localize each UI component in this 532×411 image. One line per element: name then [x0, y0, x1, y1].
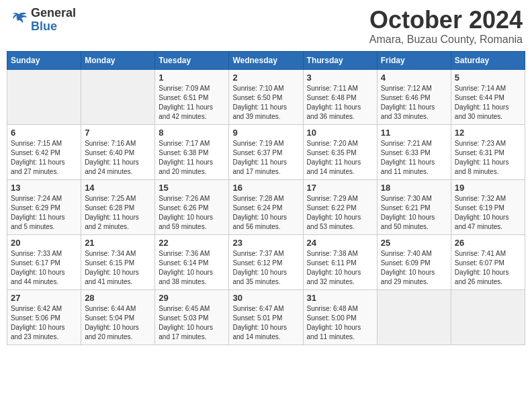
calendar-day-cell: 24Sunrise: 7:38 AMSunset: 6:11 PMDayligh… [303, 234, 377, 289]
day-info: Sunrise: 7:10 AMSunset: 6:50 PMDaylight:… [232, 84, 299, 122]
calendar-day-cell: 27Sunrise: 6:42 AMSunset: 5:06 PMDayligh… [7, 289, 81, 345]
calendar-day-cell [377, 289, 451, 345]
day-number: 11 [381, 128, 447, 138]
day-info: Sunrise: 7:38 AMSunset: 6:11 PMDaylight:… [307, 249, 373, 287]
page-header: General Blue October 2024 Amara, Buzau C… [7, 7, 525, 46]
day-info: Sunrise: 7:17 AMSunset: 6:38 PMDaylight:… [159, 139, 225, 177]
day-number: 16 [232, 183, 299, 193]
day-number: 15 [159, 183, 225, 193]
calendar-week-row: 13Sunrise: 7:24 AMSunset: 6:29 PMDayligh… [7, 179, 525, 234]
calendar-day-cell: 2Sunrise: 7:10 AMSunset: 6:50 PMDaylight… [229, 69, 303, 124]
day-number: 26 [455, 238, 521, 248]
calendar-day-cell: 17Sunrise: 7:29 AMSunset: 6:22 PMDayligh… [303, 179, 377, 234]
day-info: Sunrise: 7:32 AMSunset: 6:19 PMDaylight:… [455, 194, 521, 232]
logo: General Blue [9, 7, 76, 34]
calendar-day-cell: 20Sunrise: 7:33 AMSunset: 6:17 PMDayligh… [7, 234, 81, 289]
day-number: 29 [159, 293, 225, 303]
day-number: 4 [381, 73, 447, 83]
day-number: 9 [232, 128, 299, 138]
day-info: Sunrise: 7:23 AMSunset: 6:31 PMDaylight:… [455, 139, 521, 177]
day-number: 28 [85, 293, 151, 303]
calendar-table: SundayMondayTuesdayWednesdayThursdayFrid… [7, 51, 525, 345]
day-info: Sunrise: 7:24 AMSunset: 6:29 PMDaylight:… [11, 194, 77, 232]
day-info: Sunrise: 7:34 AMSunset: 6:15 PMDaylight:… [85, 249, 151, 287]
day-info: Sunrise: 7:33 AMSunset: 6:17 PMDaylight:… [11, 249, 77, 287]
day-of-week-header: Thursday [303, 51, 377, 69]
calendar-day-cell [451, 289, 525, 345]
day-info: Sunrise: 6:42 AMSunset: 5:06 PMDaylight:… [11, 304, 77, 342]
day-info: Sunrise: 7:28 AMSunset: 6:24 PMDaylight:… [232, 194, 299, 232]
day-info: Sunrise: 7:30 AMSunset: 6:21 PMDaylight:… [381, 194, 447, 232]
day-number: 8 [159, 128, 225, 138]
day-number: 30 [232, 293, 299, 303]
day-number: 10 [307, 128, 373, 138]
calendar-day-cell: 4Sunrise: 7:12 AMSunset: 6:46 PMDaylight… [377, 69, 451, 124]
calendar-day-cell: 28Sunrise: 6:44 AMSunset: 5:04 PMDayligh… [81, 289, 155, 345]
calendar-day-cell: 19Sunrise: 7:32 AMSunset: 6:19 PMDayligh… [451, 179, 525, 234]
day-info: Sunrise: 6:45 AMSunset: 5:03 PMDaylight:… [159, 304, 225, 342]
day-info: Sunrise: 7:16 AMSunset: 6:40 PMDaylight:… [85, 139, 151, 177]
day-info: Sunrise: 7:41 AMSunset: 6:07 PMDaylight:… [455, 249, 521, 287]
calendar-day-cell: 10Sunrise: 7:20 AMSunset: 6:35 PMDayligh… [303, 124, 377, 179]
day-info: Sunrise: 7:25 AMSunset: 6:28 PMDaylight:… [85, 194, 151, 232]
day-number: 31 [307, 293, 373, 303]
calendar-day-cell: 9Sunrise: 7:19 AMSunset: 6:37 PMDaylight… [229, 124, 303, 179]
calendar-week-row: 27Sunrise: 6:42 AMSunset: 5:06 PMDayligh… [7, 289, 525, 345]
day-number: 17 [307, 183, 373, 193]
day-of-week-header: Monday [81, 51, 155, 69]
day-info: Sunrise: 7:20 AMSunset: 6:35 PMDaylight:… [307, 139, 373, 177]
day-info: Sunrise: 6:44 AMSunset: 5:04 PMDaylight:… [85, 304, 151, 342]
month-year-title: October 2024 [369, 7, 523, 34]
calendar-day-cell: 26Sunrise: 7:41 AMSunset: 6:07 PMDayligh… [451, 234, 525, 289]
day-info: Sunrise: 7:26 AMSunset: 6:26 PMDaylight:… [159, 194, 225, 232]
calendar-day-cell: 30Sunrise: 6:47 AMSunset: 5:01 PMDayligh… [229, 289, 303, 345]
calendar-day-cell: 23Sunrise: 7:37 AMSunset: 6:12 PMDayligh… [229, 234, 303, 289]
calendar-week-row: 6Sunrise: 7:15 AMSunset: 6:42 PMDaylight… [7, 124, 525, 179]
calendar-day-cell: 1Sunrise: 7:09 AMSunset: 6:51 PMDaylight… [155, 69, 229, 124]
calendar-day-cell: 16Sunrise: 7:28 AMSunset: 6:24 PMDayligh… [229, 179, 303, 234]
day-info: Sunrise: 7:11 AMSunset: 6:48 PMDaylight:… [307, 84, 373, 122]
day-info: Sunrise: 7:14 AMSunset: 6:44 PMDaylight:… [455, 84, 521, 122]
day-number: 12 [455, 128, 521, 138]
logo-text: General Blue [31, 7, 76, 34]
calendar-day-cell: 3Sunrise: 7:11 AMSunset: 6:48 PMDaylight… [303, 69, 377, 124]
day-number: 20 [11, 238, 77, 248]
day-of-week-header: Tuesday [155, 51, 229, 69]
day-number: 23 [232, 238, 299, 248]
day-of-week-header: Saturday [451, 51, 525, 69]
day-number: 5 [455, 73, 521, 83]
calendar-day-cell: 15Sunrise: 7:26 AMSunset: 6:26 PMDayligh… [155, 179, 229, 234]
day-number: 24 [307, 238, 373, 248]
logo-blue: Blue [31, 20, 76, 34]
logo-bird-icon [9, 11, 28, 30]
day-number: 22 [159, 238, 225, 248]
calendar-day-cell: 18Sunrise: 7:30 AMSunset: 6:21 PMDayligh… [377, 179, 451, 234]
header-row: SundayMondayTuesdayWednesdayThursdayFrid… [7, 51, 525, 69]
day-info: Sunrise: 6:48 AMSunset: 5:00 PMDaylight:… [307, 304, 373, 342]
day-info: Sunrise: 7:19 AMSunset: 6:37 PMDaylight:… [232, 139, 299, 177]
calendar-day-cell: 22Sunrise: 7:36 AMSunset: 6:14 PMDayligh… [155, 234, 229, 289]
calendar-day-cell: 5Sunrise: 7:14 AMSunset: 6:44 PMDaylight… [451, 69, 525, 124]
calendar-day-cell [7, 69, 81, 124]
day-info: Sunrise: 7:12 AMSunset: 6:46 PMDaylight:… [381, 84, 447, 122]
title-block: October 2024 Amara, Buzau County, Romani… [369, 7, 523, 46]
calendar-day-cell: 21Sunrise: 7:34 AMSunset: 6:15 PMDayligh… [81, 234, 155, 289]
day-number: 3 [307, 73, 373, 83]
day-info: Sunrise: 7:09 AMSunset: 6:51 PMDaylight:… [159, 84, 225, 122]
day-number: 19 [455, 183, 521, 193]
day-number: 7 [85, 128, 151, 138]
day-info: Sunrise: 6:47 AMSunset: 5:01 PMDaylight:… [232, 304, 299, 342]
calendar-week-row: 20Sunrise: 7:33 AMSunset: 6:17 PMDayligh… [7, 234, 525, 289]
calendar-body: 1Sunrise: 7:09 AMSunset: 6:51 PMDaylight… [7, 69, 525, 345]
calendar-day-cell: 25Sunrise: 7:40 AMSunset: 6:09 PMDayligh… [377, 234, 451, 289]
calendar-day-cell [81, 69, 155, 124]
day-info: Sunrise: 7:15 AMSunset: 6:42 PMDaylight:… [11, 139, 77, 177]
calendar-day-cell: 6Sunrise: 7:15 AMSunset: 6:42 PMDaylight… [7, 124, 81, 179]
logo-general: General [31, 7, 76, 20]
calendar-day-cell: 13Sunrise: 7:24 AMSunset: 6:29 PMDayligh… [7, 179, 81, 234]
day-of-week-header: Wednesday [229, 51, 303, 69]
day-number: 2 [232, 73, 299, 83]
calendar-week-row: 1Sunrise: 7:09 AMSunset: 6:51 PMDaylight… [7, 69, 525, 124]
day-number: 27 [11, 293, 77, 303]
calendar-day-cell: 12Sunrise: 7:23 AMSunset: 6:31 PMDayligh… [451, 124, 525, 179]
